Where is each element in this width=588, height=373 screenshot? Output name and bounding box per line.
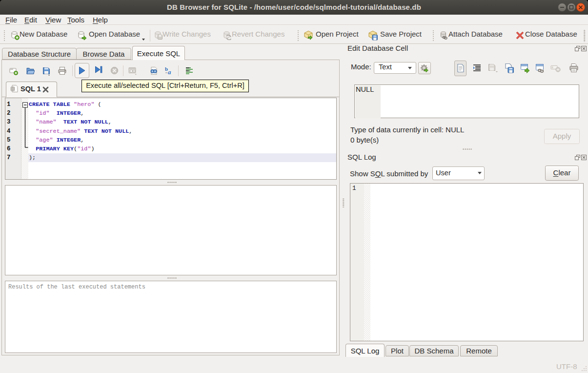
svg-text:a: a: [168, 68, 171, 75]
